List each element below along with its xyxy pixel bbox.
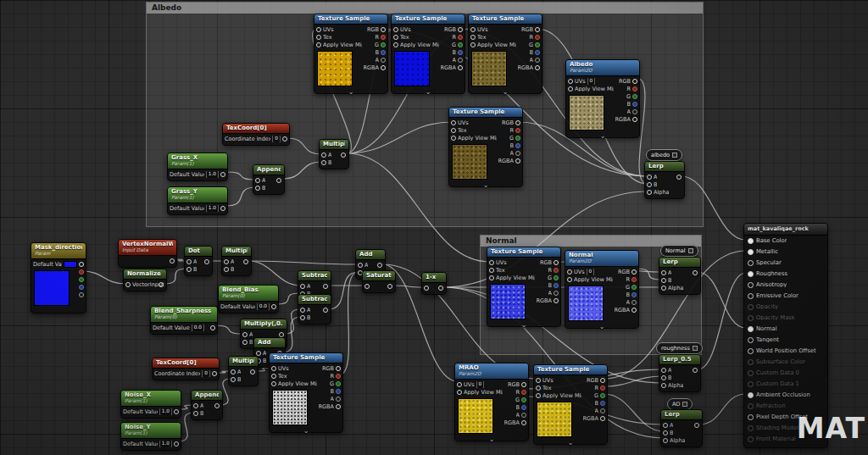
uvs-input-pin[interactable]: [489, 260, 494, 265]
b-output-pin[interactable]: [600, 401, 605, 406]
a-output-pin[interactable]: [336, 397, 341, 402]
rgba-output-pin[interactable]: [554, 298, 559, 303]
reroute-ao[interactable]: AO: [667, 398, 693, 410]
r-output-pin[interactable]: [600, 386, 605, 391]
value-box[interactable]: 0.0: [257, 303, 270, 310]
collapse-chevron-icon[interactable]: ⌄: [483, 183, 489, 188]
b-input-pin[interactable]: [224, 267, 229, 272]
apply-view-mipbias-input-pin[interactable]: [393, 42, 398, 47]
opacity-pin[interactable]: [748, 304, 754, 310]
material-pin-row-roughness[interactable]: Roughness: [744, 269, 827, 280]
material-pin-row-world-position-offset[interactable]: World Position Offset: [744, 346, 827, 357]
output-pin[interactable]: [220, 172, 225, 177]
specular-pin[interactable]: [748, 260, 754, 266]
b-input-pin[interactable]: [231, 377, 236, 382]
a-output-pin[interactable]: [535, 58, 540, 63]
material-pin-row-metallic[interactable]: Metallic: [744, 247, 827, 258]
rgb-output-pin[interactable]: [600, 378, 605, 383]
output-pin[interactable]: [323, 284, 328, 289]
a-input-pin[interactable]: [186, 259, 192, 264]
value-box[interactable]: 0: [202, 370, 210, 377]
b-output-pin[interactable]: [554, 283, 559, 288]
r-output-pin[interactable]: [554, 268, 559, 273]
apply-view-mipbias-input-pin[interactable]: [470, 42, 476, 47]
alpha-input-pin[interactable]: [661, 286, 666, 291]
material-pin-row-ambient-occlusion[interactable]: Ambient Occlusion: [744, 390, 827, 401]
output-pin[interactable]: [676, 175, 682, 180]
rgba-output-pin[interactable]: [515, 158, 520, 164]
out-output-pin[interactable]: [79, 277, 84, 282]
node-param-blend-bias[interactable]: Blend_BiasParam(0)Default Value0.0: [218, 285, 279, 314]
g-output-pin[interactable]: [535, 42, 540, 47]
a-output-pin[interactable]: [632, 300, 637, 305]
tex-input-pin[interactable]: [271, 374, 276, 379]
material-pin-row-custom-data-0[interactable]: Custom Data 0: [744, 368, 827, 379]
rgb-output-pin[interactable]: [381, 27, 386, 32]
collapse-chevron-icon[interactable]: ⌄: [521, 323, 527, 328]
node-one-minus[interactable]: 1-x: [421, 272, 447, 295]
output-pin[interactable]: [204, 259, 209, 264]
uvs-input-pin[interactable]: [451, 120, 456, 125]
g-output-pin[interactable]: [515, 136, 520, 141]
opacity-mask-pin[interactable]: [748, 315, 754, 321]
rgba-output-pin[interactable]: [381, 65, 386, 70]
alpha-input-pin[interactable]: [647, 190, 652, 195]
g-output-pin[interactable]: [554, 275, 559, 280]
output-pin[interactable]: [174, 409, 179, 414]
uvs-input-pin[interactable]: [393, 27, 398, 32]
a-output-pin[interactable]: [521, 413, 526, 418]
node-ts-noise[interactable]: Texture SampleUVsTexApply View MipBiasRG…: [269, 352, 343, 433]
b-output-pin[interactable]: [381, 50, 386, 55]
a-input-pin[interactable]: [661, 270, 666, 275]
apply-view-mipbias-input-pin[interactable]: [457, 390, 462, 395]
r-output-pin[interactable]: [535, 35, 540, 40]
output-pin[interactable]: [276, 178, 281, 183]
a-output-pin[interactable]: [554, 291, 559, 296]
b-input-pin[interactable]: [661, 375, 666, 380]
emissive-color-pin[interactable]: [748, 293, 754, 299]
comment-title[interactable]: Albedo: [147, 3, 703, 14]
output-pin[interactable]: [282, 136, 287, 141]
apply-view-mipbias-input-pin[interactable]: [316, 42, 321, 47]
b-input-pin[interactable]: [647, 182, 652, 187]
a-input-pin[interactable]: [647, 175, 652, 180]
output-pin[interactable]: [341, 153, 346, 158]
value-box[interactable]: 1.0: [206, 171, 219, 178]
reroute-normal[interactable]: Normal: [660, 245, 698, 257]
r-output-pin[interactable]: [381, 35, 386, 40]
out-output-pin[interactable]: [79, 262, 84, 267]
node-saturate[interactable]: Saturate: [362, 270, 396, 293]
out-output-pin[interactable]: [79, 269, 84, 275]
rgb-output-pin[interactable]: [632, 269, 637, 275]
apply-view-mipbias-input-pin[interactable]: [567, 277, 572, 282]
pin-input-pin[interactable]: [364, 284, 370, 289]
uvs-input-pin[interactable]: [316, 27, 321, 32]
b-input-pin[interactable]: [255, 186, 260, 191]
node-param-albedo[interactable]: AlbedoParam2DUVs0Apply View MipBiasRGBRG…: [565, 59, 640, 138]
tangent-pin[interactable]: [748, 337, 754, 343]
output-pin[interactable]: [210, 325, 215, 330]
value-box[interactable]: 0: [587, 269, 595, 275]
collapse-chevron-icon[interactable]: ⌄: [426, 90, 431, 95]
collapse-chevron-icon[interactable]: ⌄: [503, 90, 509, 95]
wire[interactable]: [604, 376, 662, 386]
tex-input-pin[interactable]: [470, 35, 476, 40]
output-pin[interactable]: [243, 259, 248, 264]
refraction-pin[interactable]: [748, 403, 754, 409]
rgb-output-pin[interactable]: [521, 382, 526, 387]
node-ts-albedo-d[interactable]: Texture SampleUVsTexApply View MipBiasRG…: [448, 107, 523, 187]
rgb-output-pin[interactable]: [336, 366, 341, 371]
output-pin[interactable]: [377, 263, 382, 268]
rgba-output-pin[interactable]: [632, 308, 637, 313]
out-output-pin[interactable]: [79, 292, 84, 297]
pixel-depth-offset-pin[interactable]: [748, 414, 754, 420]
tex-input-pin[interactable]: [536, 386, 541, 391]
node-texcoord-noise[interactable]: TexCoord[0]Coordinate Index0: [152, 358, 220, 380]
collapse-chevron-icon[interactable]: ⌄: [303, 429, 309, 434]
wire[interactable]: [81, 271, 126, 284]
b-input-pin[interactable]: [321, 160, 326, 165]
material-graph-canvas[interactable]: AlbedoNormalTexture SampleUVsTexApply Vi…: [0, 0, 868, 455]
material-pin-row-opacity-mask[interactable]: Opacity Mask: [744, 313, 827, 324]
apply-view-mipbias-input-pin[interactable]: [536, 393, 541, 398]
output-pin[interactable]: [214, 403, 220, 408]
